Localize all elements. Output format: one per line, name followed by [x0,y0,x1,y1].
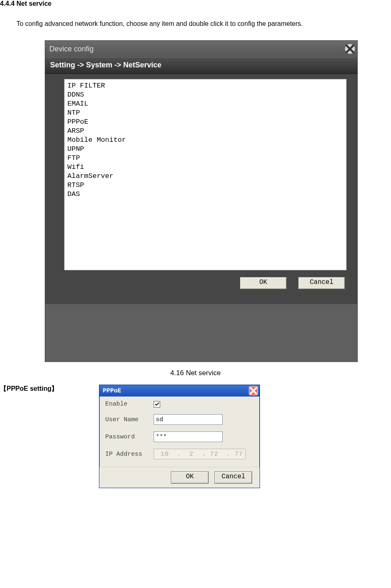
cancel-button[interactable]: Cancel [214,471,252,484]
close-icon[interactable] [345,44,355,54]
password-row: Password [105,431,254,442]
password-input[interactable] [154,431,223,442]
password-label: Password [105,434,154,440]
list-item[interactable]: PPPoE [66,118,347,127]
pppoe-body: Enable User Name Password IP Address 10 … [99,397,260,467]
pppoe-titlebar: PPPoE [99,385,260,397]
pppoe-actions: OK Cancel [99,467,260,488]
cancel-button[interactable]: Cancel [298,277,345,289]
enable-checkbox[interactable] [154,401,160,408]
close-icon[interactable] [249,386,258,395]
list-item[interactable]: RTSP [66,181,347,190]
device-config-window: Device config Setting -> System -> NetSe… [45,41,357,362]
device-config-body: IP FILTER DDNS EMAIL NTP PPPoE ARSP Mobi… [45,74,357,304]
list-item[interactable]: ARSP [66,127,347,136]
pppoe-title: PPPoE [103,387,121,394]
net-service-list: IP FILTER DDNS EMAIL NTP PPPoE ARSP Mobi… [64,79,347,270]
ok-button[interactable]: OK [240,277,287,289]
username-label: User Name [105,416,154,423]
list-item[interactable]: FTP [66,154,347,163]
enable-row: Enable [105,401,254,408]
list-item[interactable]: DAS [66,190,347,199]
list-item[interactable]: DDNS [66,90,347,99]
list-item[interactable]: EMAIL [66,99,347,108]
device-config-titlebar: Device config [45,41,357,57]
list-item[interactable]: Wifi [66,163,347,172]
pppoe-window: PPPoE Enable User Name Password [99,385,260,488]
list-item[interactable]: UPNP [66,145,347,154]
device-config-actions: OK Cancel [45,270,357,289]
ok-button[interactable]: OK [171,471,209,484]
list-item[interactable]: Mobile Monitor [66,136,347,145]
section-heading: 4.4.4 Net service [0,0,391,7]
list-item[interactable]: IP FILTER [66,81,347,90]
ip-address-field: 10 . 2 . 72 . 77 [154,449,246,459]
device-config-footer-space [45,304,357,362]
intro-text: To config advanced network function, cho… [16,19,391,28]
breadcrumb: Setting -> System -> NetService [45,57,357,74]
device-config-title: Device config [49,45,94,53]
pppoe-section-label: 【PPPoE setting】 [0,385,58,393]
figure-caption: 4.16 Net service [0,369,391,377]
list-item[interactable]: NTP [66,108,347,118]
enable-label: Enable [105,401,154,408]
list-item[interactable]: AlarmServer [66,172,347,181]
username-input[interactable] [154,414,223,425]
username-row: User Name [105,414,254,425]
ip-row: IP Address 10 . 2 . 72 . 77 [105,449,254,459]
ip-label: IP Address [105,451,154,458]
